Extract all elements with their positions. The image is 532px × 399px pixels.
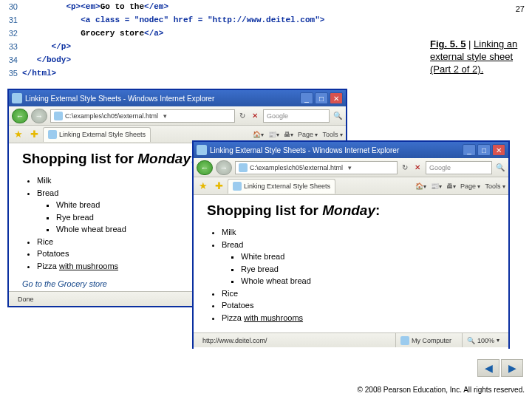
tab-favicon-icon: [48, 130, 57, 139]
heading-day: Monday: [322, 202, 375, 218]
link-prefix: Go to the: [22, 279, 58, 288]
browser-window-2: Linking External Style Sheets - Windows …: [192, 140, 510, 349]
computer-icon: [400, 336, 409, 345]
window-title: Linking External Style Sheets - Windows …: [25, 95, 300, 103]
feed-icon[interactable]: 📰▾: [268, 131, 279, 138]
code-text: <p><em>Go to the</em>: [22, 2, 168, 11]
window-title: Linking External Style Sheets - Windows …: [210, 146, 463, 154]
page-content: Shopping list for Monday: Milk Bread Whi…: [194, 195, 508, 349]
search-placeholder: Google: [429, 164, 451, 171]
bread-sublist: White bread Rye bread Whole wheat bread: [241, 250, 495, 287]
refresh-icon[interactable]: ↻: [238, 112, 247, 120]
search-icon[interactable]: 🔍: [495, 163, 505, 171]
code-text: <a class = "nodec" href = "http://www.de…: [22, 16, 324, 24]
list-item: Bread White bread Rye bread Whole wheat …: [222, 239, 495, 287]
browser-tab[interactable]: Linking External Style Sheets: [43, 127, 151, 142]
line-number: 31: [0, 16, 22, 24]
ie-icon: [12, 93, 22, 103]
address-dropdown-icon[interactable]: ▾: [345, 164, 354, 171]
code-block: 30 <p><em>Go to the</em>31 <a class = "n…: [0, 0, 414, 80]
line-number: 35: [0, 69, 22, 78]
prev-slide-button[interactable]: ◀: [477, 359, 499, 377]
search-box[interactable]: Google: [426, 161, 492, 174]
minimize-button[interactable]: _: [463, 144, 476, 156]
browser-tab[interactable]: Linking External Style Sheets: [228, 179, 335, 194]
close-button[interactable]: ✕: [492, 144, 505, 156]
search-placeholder: Google: [267, 112, 288, 120]
tab-favicon-icon: [233, 182, 242, 191]
back-button[interactable]: ←: [12, 109, 28, 123]
print-icon[interactable]: 🖶▾: [284, 131, 293, 138]
maximize-button[interactable]: □: [477, 144, 491, 156]
page-menu[interactable]: Page ▾: [298, 131, 318, 138]
refresh-icon[interactable]: ↻: [400, 163, 409, 171]
titlebar: Linking External Style Sheets - Windows …: [194, 142, 508, 158]
favorites-icon[interactable]: ★: [12, 128, 25, 141]
status-zone: My Computer: [395, 333, 456, 347]
code-text: Grocery store</a>: [22, 29, 163, 38]
heading-suffix: :: [375, 202, 380, 218]
window-buttons: _ □ ✕: [300, 92, 343, 104]
page-number: 27: [516, 4, 525, 13]
status-zoom: 🔍 100% ▾: [462, 333, 504, 347]
address-bar[interactable]: C:\examples\ch05\external.html ▾: [50, 109, 235, 123]
page-heading: Shopping list for Monday:: [207, 202, 495, 219]
ie-icon: [197, 145, 207, 155]
favicon-icon: [54, 112, 63, 120]
nav-toolbar: ← → C:\examples\ch05\external.html ▾ ↻ ✕…: [9, 106, 346, 126]
print-icon[interactable]: 🖶▾: [446, 183, 456, 190]
list-item: Rye bread: [241, 263, 495, 276]
heading-day: Monday: [137, 151, 191, 166]
list-item: White bread: [241, 250, 495, 263]
slide-nav: ◀ ▶: [477, 359, 523, 377]
tab-label: Linking External Style Sheets: [59, 131, 146, 138]
line-number: 34: [0, 55, 22, 64]
search-icon[interactable]: 🔍: [332, 112, 343, 120]
address-bar[interactable]: C:\examples\ch05\external.html ▾: [235, 161, 398, 174]
list-item: Milk: [222, 226, 495, 239]
code-text: </body>: [22, 55, 71, 64]
status-bar: http://www.deitel.com/ My Computer 🔍 100…: [194, 332, 508, 347]
line-number: 33: [0, 42, 22, 51]
code-text: </html>: [22, 69, 56, 78]
window-buttons: _ □ ✕: [463, 144, 505, 156]
status-url: http://www.deitel.com/: [198, 333, 389, 347]
next-slide-button[interactable]: ▶: [501, 359, 523, 377]
add-favorites-icon[interactable]: ✚: [212, 180, 225, 193]
favicon-icon: [239, 163, 248, 172]
maximize-button[interactable]: □: [315, 92, 328, 104]
address-text: C:\examples\ch05\external.html: [65, 112, 158, 120]
search-box[interactable]: Google: [263, 109, 330, 123]
minimize-button[interactable]: _: [300, 92, 313, 104]
address-text: C:\examples\ch05\external.html: [250, 164, 343, 171]
stop-icon[interactable]: ✕: [412, 163, 423, 171]
list-item: Rice: [222, 287, 495, 300]
address-dropdown-icon[interactable]: ▾: [160, 112, 169, 120]
titlebar: Linking External Style Sheets - Windows …: [9, 90, 346, 106]
figure-label: Fig. 5. 5: [430, 38, 466, 50]
tab-toolbar: ★ ✚ Linking External Style Sheets 🏠▾ 📰▾ …: [194, 177, 508, 195]
forward-button[interactable]: →: [216, 160, 232, 175]
home-icon[interactable]: 🏠▾: [415, 183, 426, 190]
tools-menu[interactable]: Tools ▾: [322, 131, 343, 138]
list-item: Pizza with mushrooms: [222, 312, 495, 324]
feed-icon[interactable]: 📰▾: [431, 183, 442, 190]
copyright: © 2008 Pearson Education, Inc. All right…: [358, 386, 525, 395]
stop-icon[interactable]: ✕: [250, 112, 260, 120]
toolbar-right: 🏠▾ 📰▾ 🖶▾ Page ▾ Tools ▾: [253, 131, 343, 138]
figure-caption: Fig. 5. 5 | Linking an external style sh…: [430, 38, 519, 76]
back-button[interactable]: ←: [197, 160, 213, 175]
add-favorites-icon[interactable]: ✚: [27, 128, 41, 141]
close-button[interactable]: ✕: [330, 92, 343, 104]
caption-bar: |: [466, 38, 474, 50]
shopping-list: Milk Bread White bread Rye bread Whole w…: [222, 226, 495, 324]
tab-label: Linking External Style Sheets: [244, 183, 330, 190]
favorites-icon[interactable]: ★: [197, 180, 210, 193]
list-item: Whole wheat bread: [241, 275, 495, 287]
code-text: </p>: [22, 42, 71, 51]
page-menu[interactable]: Page ▾: [460, 183, 481, 190]
toolbar-right: 🏠▾ 📰▾ 🖶▾ Page ▾ Tools ▾: [415, 183, 505, 190]
home-icon[interactable]: 🏠▾: [253, 131, 264, 138]
forward-button[interactable]: →: [31, 109, 47, 123]
tools-menu[interactable]: Tools ▾: [485, 183, 505, 190]
